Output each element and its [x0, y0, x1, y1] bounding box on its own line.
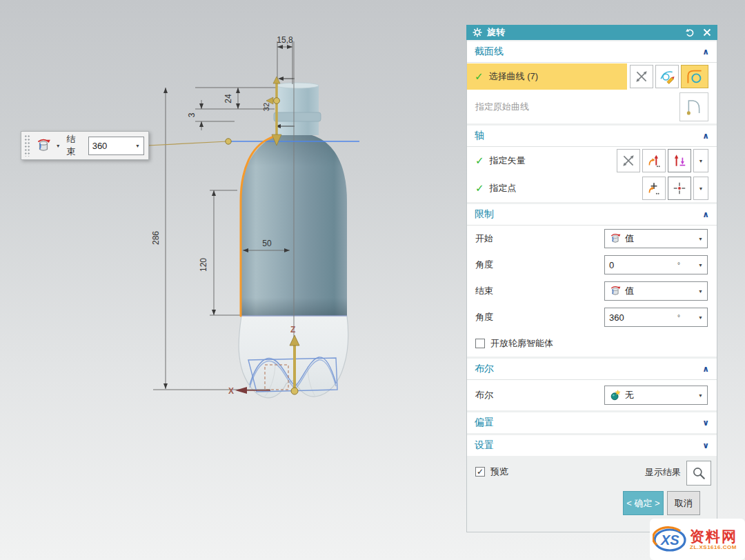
- section-header-settings[interactable]: 设置 ∨: [467, 435, 717, 456]
- select-curve-label: 选择曲线 (7): [489, 70, 539, 83]
- origin-curve-button[interactable]: [679, 92, 708, 121]
- end-type-dropdown[interactable]: 值 ▼: [604, 281, 708, 301]
- dim-flange: 3: [187, 112, 197, 117]
- chevron-up-icon[interactable]: ∧: [702, 47, 709, 57]
- drag-handle-ball[interactable]: [226, 139, 231, 144]
- check-icon: ✓: [475, 182, 484, 194]
- group-offset: 偏置 ∨: [467, 412, 717, 433]
- section-title: 轴: [475, 130, 484, 142]
- dropdown-caret-icon: ▼: [698, 393, 703, 398]
- point-dialog-icon: [646, 181, 662, 196]
- curve-icon: [686, 68, 703, 85]
- reset-button[interactable]: [685, 28, 695, 37]
- chevron-down-icon[interactable]: ∨: [702, 418, 709, 428]
- group-section-line: 截面线 ∧ ✓ 选择曲线 (7): [467, 41, 717, 123]
- section-header-offset[interactable]: 偏置 ∨: [467, 412, 717, 433]
- start-type-dropdown[interactable]: 值 ▼: [604, 229, 708, 248]
- start-angle-input[interactable]: 0 ° ▼: [604, 255, 708, 274]
- dim-neck-depth: 32: [262, 103, 270, 111]
- select-curve-active-field[interactable]: ✓ 选择曲线 (7): [467, 63, 627, 90]
- dropdown-caret-icon: ▼: [698, 289, 703, 294]
- check-icon: ✓: [475, 70, 484, 83]
- point-method-caret-button[interactable]: ▼: [693, 177, 708, 200]
- open-profile-checkbox[interactable]: [475, 339, 485, 348]
- chevron-up-icon[interactable]: ∧: [702, 210, 709, 219]
- end-field-label: 结束: [67, 133, 84, 158]
- specify-vector-row: ✓ 指定矢量: [467, 147, 717, 174]
- revolve-value-icon: [609, 232, 622, 245]
- vector-method-caret-button[interactable]: ▼: [693, 149, 708, 172]
- chevron-up-icon[interactable]: ∧: [702, 364, 709, 374]
- curve-select-button-active[interactable]: [681, 65, 708, 88]
- toolbar-grip-handle[interactable]: [24, 134, 30, 157]
- start-angle-value: 0: [609, 260, 614, 270]
- vector-dialog-icon: [646, 153, 662, 168]
- section-title: 限制: [475, 208, 494, 221]
- show-result-button[interactable]: [686, 461, 711, 486]
- section-header-limits[interactable]: 限制 ∧: [467, 204, 717, 226]
- cancel-button[interactable]: 取消: [667, 491, 700, 515]
- close-icon: [703, 28, 711, 37]
- dim-neck-height: 24: [223, 94, 233, 103]
- ok-button[interactable]: < 确定 >: [623, 491, 664, 515]
- gear-icon: [473, 28, 482, 37]
- point-dialog-button[interactable]: [642, 177, 666, 200]
- magnifier-icon: [691, 466, 706, 481]
- bottle-neck-solid[interactable]: [274, 83, 321, 135]
- dropdown-caret-icon: ▼: [698, 237, 703, 241]
- end-label: 结束: [475, 285, 493, 297]
- specify-vector-label: 指定矢量: [490, 154, 526, 167]
- sketch-section-button[interactable]: [655, 65, 679, 88]
- application-window: 15,8 24 3 286 120 50 32 X: [0, 0, 745, 560]
- origin-curve-label: 指定原始曲线: [475, 101, 529, 113]
- boolean-dropdown[interactable]: 无 ▼: [604, 386, 708, 405]
- revolve-value-icon: [35, 137, 52, 154]
- start-type-row: 开始 值 ▼: [467, 226, 717, 252]
- dialog-footer: ✓ 预览 显示结果 < 确定 > 取消: [467, 458, 717, 523]
- chevron-down-icon[interactable]: ∨: [702, 441, 709, 450]
- preview-label: 预览: [490, 466, 508, 478]
- dialog-titlebar[interactable]: 旋转: [466, 25, 717, 40]
- vector-method-combo[interactable]: [668, 149, 691, 172]
- boolean-none-icon: [609, 389, 622, 401]
- section-title: 布尔: [475, 363, 494, 375]
- group-axis: 轴 ∧ ✓ 指定矢量: [467, 126, 717, 202]
- close-button[interactable]: [703, 28, 711, 37]
- specify-point-label: 指定点: [490, 182, 517, 194]
- section-header-axis[interactable]: 轴 ∧: [467, 126, 717, 147]
- dropdown-caret-icon: ▼: [135, 143, 140, 148]
- section-header-boolean[interactable]: 布尔 ∧: [467, 359, 717, 380]
- site-watermark: XS 资料网 ZL.XS1616.COM: [650, 519, 745, 560]
- end-angle-input[interactable]: 360 ▼: [88, 137, 144, 155]
- preview-checkbox[interactable]: ✓: [475, 467, 485, 477]
- axis-label-z: Z: [290, 325, 295, 334]
- vector-deselect-button[interactable]: [617, 149, 640, 172]
- point-method-combo[interactable]: [668, 177, 691, 200]
- point-symbol-icon: [672, 181, 687, 196]
- open-profile-row: 开放轮廓智能体: [467, 330, 717, 357]
- end-angle-input[interactable]: 360 ° ▼: [604, 308, 708, 327]
- section-title: 截面线: [475, 46, 504, 58]
- open-profile-label: 开放轮廓智能体: [490, 337, 553, 350]
- limit-type-dropdown-button[interactable]: ▼: [33, 136, 63, 155]
- chevron-up-icon[interactable]: ∧: [702, 131, 709, 141]
- ok-button-label: < 确定 >: [626, 497, 659, 510]
- end-angle-value: 360: [609, 312, 624, 323]
- on-screen-input-toolbar: ▼ 结束 360 ▼: [21, 131, 149, 160]
- boolean-label: 布尔: [475, 389, 493, 401]
- vector-dialog-button[interactable]: [642, 149, 666, 172]
- dropdown-caret-icon: ▼: [56, 143, 61, 148]
- degree-unit: °: [677, 314, 680, 321]
- watermark-site-name: 资料网: [690, 529, 737, 544]
- sketch-section-icon: [659, 69, 675, 84]
- group-settings: 设置 ∨: [467, 435, 717, 456]
- dim-radius: 50: [262, 239, 272, 248]
- origin-curve-icon: [684, 97, 704, 117]
- select-curve-row: ✓ 选择曲线 (7): [467, 63, 717, 90]
- section-header-section-line[interactable]: 截面线 ∧: [467, 41, 717, 63]
- revolve-dialog: 旋转 截面线 ∧: [466, 25, 717, 532]
- deselect-all-button[interactable]: [630, 65, 653, 88]
- boolean-row: 布尔 无 ▼: [467, 380, 717, 410]
- dropdown-caret-icon: ▼: [699, 186, 704, 191]
- origin-handle-ball[interactable]: [291, 388, 298, 394]
